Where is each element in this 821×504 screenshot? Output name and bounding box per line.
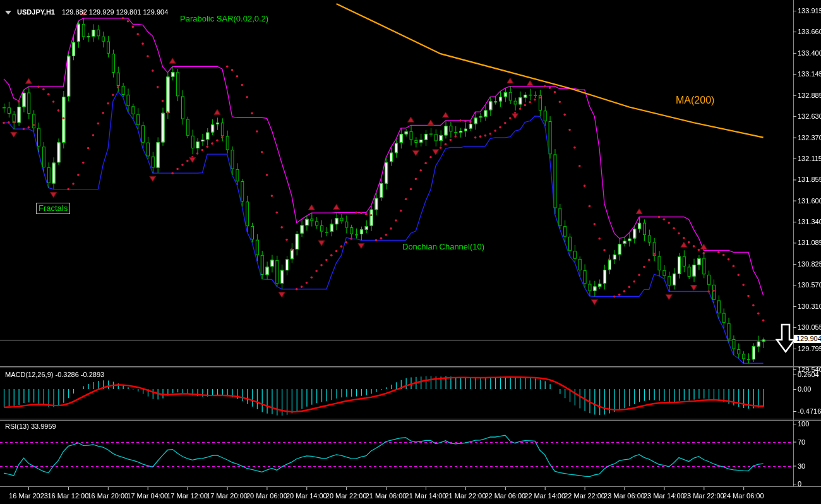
time-axis-label: 20 Mar 14:00 [285, 492, 328, 500]
current-price-tag: 129.904 [794, 335, 821, 343]
time-axis-label: 16 Mar 20:00 [87, 492, 129, 500]
time-axis-label: 22 Mar 14:00 [524, 492, 566, 500]
time-axis-label: 21 Mar 14:00 [404, 492, 447, 500]
price-axis-label: 130.570 [798, 281, 821, 289]
price-axis-label: 132.370 [798, 134, 821, 141]
rsi-axis-label: 30 [798, 462, 805, 470]
time-axis-label: 24 Mar 06:00 [722, 492, 765, 500]
time-axis-label: 20 Mar 06:00 [245, 492, 288, 500]
price-axis-label: 131.600 [798, 197, 821, 205]
donchian-channel-label: Donchian Channel(10) [402, 242, 484, 251]
macd-axis-label: 0.2604 [798, 371, 819, 378]
time-axis-label: 20 Mar 22:00 [325, 492, 368, 500]
time-axis-label: 22 Mar 06:00 [484, 492, 527, 500]
price-axis-label: 132.885 [798, 92, 821, 99]
macd-legend: MACD(12,26,9) -0.3286 -0.2893 [5, 371, 104, 378]
price-axis-label: 133.660 [798, 28, 821, 35]
fractals-label[interactable]: Fractals [36, 203, 70, 214]
price-axis-label: 133.400 [798, 49, 821, 57]
time-axis-label: 21 Mar 06:00 [364, 492, 407, 500]
macd-axis-label: 0.00 [798, 385, 811, 393]
rsi-axis-label: 70 [798, 438, 805, 446]
time-axis-label: 17 Mar 20:00 [206, 492, 249, 500]
price-axis-label: 131.085 [798, 239, 821, 246]
ohlc-values-label: 129.882 129.929 129.801 129.904 [62, 8, 168, 16]
time-axis-label: 16 Mar 12:00 [47, 492, 90, 500]
time-axis-label: 17 Mar 12:00 [166, 492, 209, 500]
parabolic-sar-label: Parabolic SAR(0.02,0.2) [180, 14, 268, 23]
price-axis-label: 132.630 [798, 112, 821, 120]
rsi-axis-label: 100 [798, 420, 809, 428]
price-axis-label: 131.855 [798, 176, 821, 183]
time-axis-label: 23 Mar 06:00 [603, 492, 646, 500]
rsi-legend: RSI(13) 33.9959 [5, 423, 56, 430]
time-axis-label: 17 Mar 04:00 [126, 492, 169, 500]
price-axis-label: 133.915 [798, 7, 821, 15]
symbol-timeframe-label: USDJPY,H1 [17, 8, 55, 16]
price-axis-label: 130.055 [798, 323, 821, 331]
mt4-chart-window: USDJPY,H1 129.882 129.929 129.801 129.90… [0, 0, 821, 504]
price-axis-label: 130.825 [798, 260, 821, 268]
time-axis-label: 23 Mar 22:00 [682, 492, 725, 500]
price-axis-label: 131.340 [798, 218, 821, 225]
chart-canvas[interactable] [0, 0, 821, 504]
price-axis-label: 130.310 [798, 303, 821, 310]
symbol-dropdown-icon[interactable] [5, 11, 11, 15]
time-axis-label: 22 Mar 22:00 [563, 492, 606, 500]
time-axis-label: 16 Mar 2023 [7, 492, 50, 500]
ma200-label: MA(200) [676, 95, 714, 106]
chart-legend: USDJPY,H1 129.882 129.929 129.801 129.90… [5, 8, 168, 16]
rsi-axis-label: 0 [798, 480, 801, 488]
time-axis-label: 23 Mar 14:00 [642, 492, 685, 500]
price-axis-label: 132.115 [798, 155, 821, 162]
time-axis-label: 21 Mar 22:00 [444, 492, 487, 500]
macd-axis-label: -0.4716 [798, 407, 821, 415]
price-axis-label: 133.145 [798, 70, 821, 78]
down-arrow-annotation[interactable] [776, 323, 796, 354]
price-axis-label: 129.795 [798, 345, 821, 352]
